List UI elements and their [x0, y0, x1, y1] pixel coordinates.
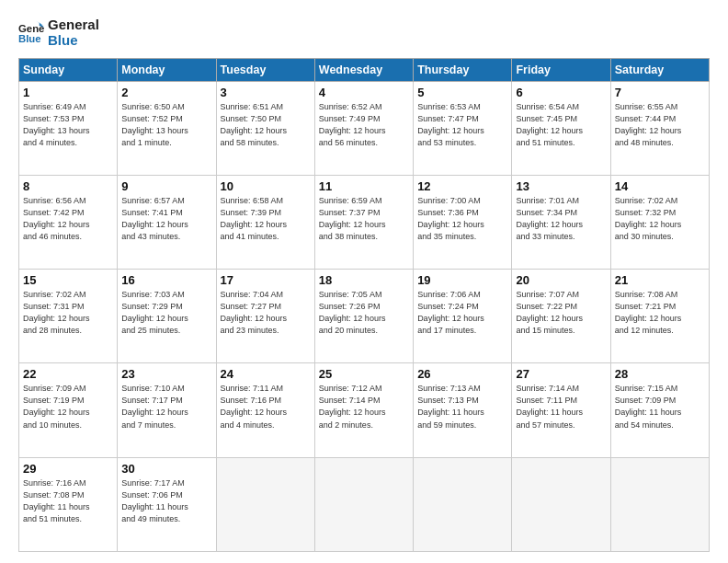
day-info: Sunrise: 6:56 AM Sunset: 7:42 PM Dayligh… [23, 195, 113, 243]
logo-blue: Blue [48, 32, 99, 48]
day-number: 25 [319, 367, 409, 381]
day-number: 21 [615, 273, 705, 287]
day-number: 11 [319, 179, 409, 193]
calendar-cell [414, 457, 512, 551]
calendar-cell: 2Sunrise: 6:50 AM Sunset: 7:52 PM Daylig… [118, 81, 216, 175]
calendar-cell: 12Sunrise: 7:00 AM Sunset: 7:36 PM Dayli… [414, 175, 512, 269]
calendar-cell [216, 457, 314, 551]
day-number: 22 [23, 367, 113, 381]
calendar-cell: 22Sunrise: 7:09 AM Sunset: 7:19 PM Dayli… [19, 363, 118, 457]
calendar-cell: 25Sunrise: 7:12 AM Sunset: 7:14 PM Dayli… [314, 363, 413, 457]
calendar-cell: 28Sunrise: 7:15 AM Sunset: 7:09 PM Dayli… [610, 363, 709, 457]
day-info: Sunrise: 7:09 AM Sunset: 7:19 PM Dayligh… [23, 383, 113, 431]
day-number: 1 [23, 86, 113, 99]
col-header-monday: Monday [118, 58, 216, 81]
day-info: Sunrise: 7:10 AM Sunset: 7:17 PM Dayligh… [121, 383, 211, 431]
day-info: Sunrise: 7:12 AM Sunset: 7:14 PM Dayligh… [319, 383, 409, 431]
calendar-cell: 1Sunrise: 6:49 AM Sunset: 7:53 PM Daylig… [19, 81, 118, 175]
col-header-friday: Friday [512, 58, 610, 81]
day-info: Sunrise: 7:02 AM Sunset: 7:31 PM Dayligh… [23, 289, 113, 337]
calendar-cell: 10Sunrise: 6:58 AM Sunset: 7:39 PM Dayli… [216, 175, 314, 269]
day-number: 14 [615, 179, 705, 193]
calendar-cell: 9Sunrise: 6:57 AM Sunset: 7:41 PM Daylig… [118, 175, 216, 269]
calendar-cell [314, 457, 413, 551]
calendar-cell: 30Sunrise: 7:17 AM Sunset: 7:06 PM Dayli… [118, 457, 216, 551]
day-number: 9 [121, 179, 211, 193]
day-info: Sunrise: 7:06 AM Sunset: 7:24 PM Dayligh… [417, 289, 507, 337]
day-info: Sunrise: 7:14 AM Sunset: 7:11 PM Dayligh… [516, 383, 606, 431]
calendar-cell: 5Sunrise: 6:53 AM Sunset: 7:47 PM Daylig… [414, 81, 512, 175]
calendar-cell: 13Sunrise: 7:01 AM Sunset: 7:34 PM Dayli… [512, 175, 610, 269]
calendar-cell: 19Sunrise: 7:06 AM Sunset: 7:24 PM Dayli… [414, 270, 512, 363]
day-info: Sunrise: 7:13 AM Sunset: 7:13 PM Dayligh… [417, 383, 507, 431]
day-info: Sunrise: 7:16 AM Sunset: 7:08 PM Dayligh… [23, 477, 113, 525]
day-number: 10 [221, 179, 311, 193]
calendar-cell: 26Sunrise: 7:13 AM Sunset: 7:13 PM Dayli… [414, 363, 512, 457]
day-number: 27 [516, 367, 606, 381]
day-number: 4 [319, 86, 409, 99]
calendar-cell: 7Sunrise: 6:55 AM Sunset: 7:44 PM Daylig… [610, 81, 709, 175]
day-number: 30 [121, 462, 211, 476]
col-header-wednesday: Wednesday [314, 58, 413, 81]
day-info: Sunrise: 6:50 AM Sunset: 7:52 PM Dayligh… [121, 101, 211, 149]
calendar-cell: 14Sunrise: 7:02 AM Sunset: 7:32 PM Dayli… [610, 175, 709, 269]
calendar-cell: 29Sunrise: 7:16 AM Sunset: 7:08 PM Dayli… [19, 457, 118, 551]
day-number: 7 [615, 86, 705, 99]
day-number: 16 [121, 273, 211, 287]
day-number: 19 [417, 273, 507, 287]
calendar-cell: 16Sunrise: 7:03 AM Sunset: 7:29 PM Dayli… [118, 270, 216, 363]
calendar-cell: 18Sunrise: 7:05 AM Sunset: 7:26 PM Dayli… [314, 270, 413, 363]
day-info: Sunrise: 7:00 AM Sunset: 7:36 PM Dayligh… [417, 195, 507, 243]
day-info: Sunrise: 6:55 AM Sunset: 7:44 PM Dayligh… [615, 101, 705, 149]
day-info: Sunrise: 6:49 AM Sunset: 7:53 PM Dayligh… [23, 101, 113, 149]
calendar-cell [512, 457, 610, 551]
day-info: Sunrise: 7:04 AM Sunset: 7:27 PM Dayligh… [221, 289, 311, 337]
calendar-cell: 17Sunrise: 7:04 AM Sunset: 7:27 PM Dayli… [216, 270, 314, 363]
day-info: Sunrise: 7:15 AM Sunset: 7:09 PM Dayligh… [615, 383, 705, 431]
calendar-cell: 24Sunrise: 7:11 AM Sunset: 7:16 PM Dayli… [216, 363, 314, 457]
col-header-tuesday: Tuesday [216, 58, 314, 81]
day-number: 23 [121, 367, 211, 381]
logo-general: General [48, 17, 99, 32]
day-number: 18 [319, 273, 409, 287]
day-number: 15 [23, 273, 113, 287]
day-number: 6 [516, 86, 606, 99]
day-number: 12 [417, 179, 507, 193]
calendar-cell: 15Sunrise: 7:02 AM Sunset: 7:31 PM Dayli… [19, 270, 118, 363]
day-number: 5 [417, 86, 507, 99]
logo: General Blue General Blue [18, 17, 99, 49]
day-info: Sunrise: 6:51 AM Sunset: 7:50 PM Dayligh… [221, 101, 311, 149]
col-header-sunday: Sunday [19, 58, 118, 81]
calendar-table: SundayMondayTuesdayWednesdayThursdayFrid… [18, 58, 710, 553]
calendar-cell: 27Sunrise: 7:14 AM Sunset: 7:11 PM Dayli… [512, 363, 610, 457]
day-info: Sunrise: 6:53 AM Sunset: 7:47 PM Dayligh… [417, 101, 507, 149]
calendar-cell: 6Sunrise: 6:54 AM Sunset: 7:45 PM Daylig… [512, 81, 610, 175]
calendar-cell: 4Sunrise: 6:52 AM Sunset: 7:49 PM Daylig… [314, 81, 413, 175]
day-info: Sunrise: 7:07 AM Sunset: 7:22 PM Dayligh… [516, 289, 606, 337]
day-number: 24 [221, 367, 311, 381]
calendar-cell: 20Sunrise: 7:07 AM Sunset: 7:22 PM Dayli… [512, 270, 610, 363]
day-info: Sunrise: 7:05 AM Sunset: 7:26 PM Dayligh… [319, 289, 409, 337]
day-info: Sunrise: 6:58 AM Sunset: 7:39 PM Dayligh… [221, 195, 311, 243]
day-number: 26 [417, 367, 507, 381]
day-info: Sunrise: 6:57 AM Sunset: 7:41 PM Dayligh… [121, 195, 211, 243]
day-info: Sunrise: 7:03 AM Sunset: 7:29 PM Dayligh… [121, 289, 211, 337]
col-header-saturday: Saturday [610, 58, 709, 81]
day-info: Sunrise: 7:08 AM Sunset: 7:21 PM Dayligh… [615, 289, 705, 337]
calendar-cell [610, 457, 709, 551]
col-header-thursday: Thursday [414, 58, 512, 81]
day-number: 20 [516, 273, 606, 287]
day-info: Sunrise: 7:17 AM Sunset: 7:06 PM Dayligh… [121, 477, 211, 525]
svg-text:Blue: Blue [18, 33, 41, 44]
day-number: 2 [121, 86, 211, 99]
day-number: 28 [615, 367, 705, 381]
day-number: 8 [23, 179, 113, 193]
logo-icon: General Blue [18, 19, 44, 45]
day-number: 29 [23, 462, 113, 476]
day-info: Sunrise: 7:01 AM Sunset: 7:34 PM Dayligh… [516, 195, 606, 243]
day-info: Sunrise: 7:11 AM Sunset: 7:16 PM Dayligh… [221, 383, 311, 431]
day-info: Sunrise: 7:02 AM Sunset: 7:32 PM Dayligh… [615, 195, 705, 243]
calendar-cell: 21Sunrise: 7:08 AM Sunset: 7:21 PM Dayli… [610, 270, 709, 363]
calendar-cell: 11Sunrise: 6:59 AM Sunset: 7:37 PM Dayli… [314, 175, 413, 269]
calendar-cell: 8Sunrise: 6:56 AM Sunset: 7:42 PM Daylig… [19, 175, 118, 269]
